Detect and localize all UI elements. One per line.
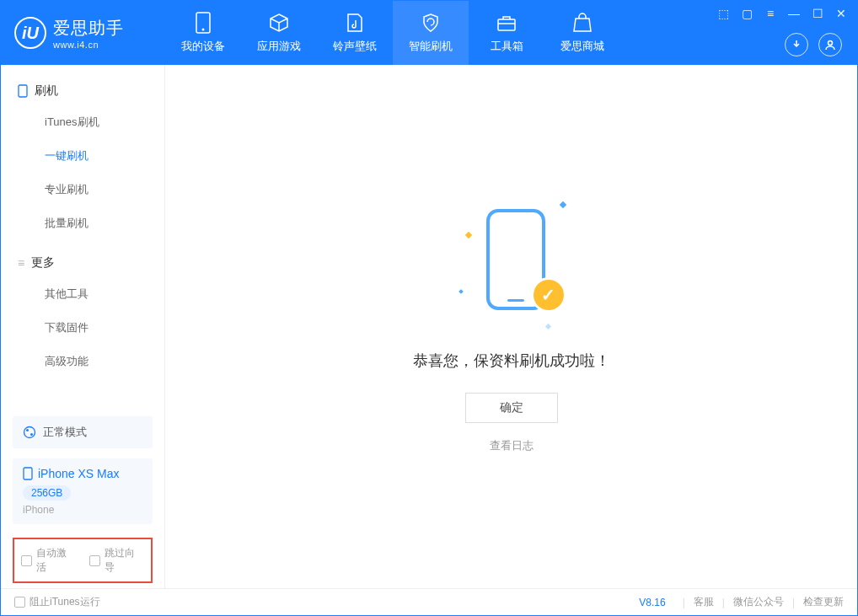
sidebar-item-itunes-flash[interactable]: iTunes刷机 [1, 105, 164, 139]
phone-small-icon [18, 84, 28, 98]
list-icon: ≡ [18, 256, 24, 270]
sidebar-group-flash: 刷机 [1, 77, 164, 105]
refresh-shield-icon [420, 12, 442, 34]
mode-icon [23, 426, 36, 439]
success-message: 恭喜您，保资料刷机成功啦！ [413, 351, 610, 371]
music-file-icon [344, 12, 366, 34]
checkbox-icon [89, 555, 100, 566]
cube-icon [268, 12, 290, 34]
device-icon [23, 467, 33, 480]
phone-icon [192, 12, 214, 34]
mode-label: 正常模式 [43, 425, 87, 440]
nav-label: 铃声壁纸 [333, 39, 377, 54]
logo-icon: iU [14, 17, 46, 49]
app-header: iU 爱思助手 www.i4.cn 我的设备 应用游戏 铃声壁纸 智能刷机 [1, 1, 857, 65]
nav-label: 应用游戏 [257, 39, 301, 54]
footer-link-update[interactable]: 检查更新 [803, 595, 844, 609]
nav-label: 工具箱 [491, 39, 523, 54]
checkbox-block-itunes[interactable]: 阻止iTunes运行 [14, 595, 100, 609]
footer-link-support[interactable]: 客服 [694, 595, 714, 609]
version-label: V8.16 [639, 597, 665, 608]
sidebar-group-title: 刷机 [35, 83, 58, 99]
bag-icon [571, 12, 593, 34]
device-card[interactable]: iPhone XS Max 256GB iPhone [13, 458, 153, 524]
checkbox-icon [21, 555, 32, 566]
shirt-icon[interactable]: ⬚ [716, 6, 731, 21]
nav-label: 我的设备 [181, 39, 225, 54]
checkbox-skip-guide[interactable]: 跳过向导 [89, 546, 144, 575]
sidebar-group-title: 更多 [31, 255, 55, 271]
sidebar-item-advanced[interactable]: 高级功能 [1, 345, 164, 378]
svg-rect-8 [24, 468, 32, 479]
nav-label: 爱思商城 [560, 39, 604, 54]
sidebar-item-pro-flash[interactable]: 专业刷机 [1, 173, 164, 206]
sidebar-item-oneclick-flash[interactable]: 一键刷机 [1, 139, 164, 173]
highlighted-checkbox-row: 自动激活 跳过向导 [13, 538, 153, 583]
check-badge-icon: ✓ [534, 280, 564, 310]
nav-tab-toolbox[interactable]: 工具箱 [469, 1, 544, 65]
app-title: 爱思助手 [53, 17, 124, 40]
sidebar-item-batch-flash[interactable]: 批量刷机 [1, 206, 164, 240]
device-name-text: iPhone XS Max [38, 467, 120, 480]
svg-point-1 [202, 29, 205, 31]
main-content: ✓ 恭喜您，保资料刷机成功啦！ 确定 查看日志 [165, 65, 857, 588]
footer: 阻止iTunes运行 V8.16 | 客服 | 微信公众号 | 检查更新 [1, 588, 857, 615]
close-button[interactable]: ✕ [834, 6, 849, 21]
svg-point-7 [30, 433, 33, 436]
nav-tab-flash[interactable]: 智能刷机 [393, 1, 469, 65]
nav-tab-ringtones[interactable]: 铃声壁纸 [317, 1, 393, 65]
checkbox-label: 跳过向导 [105, 546, 144, 575]
confirm-button[interactable]: 确定 [465, 393, 558, 423]
checkbox-label: 阻止iTunes运行 [29, 595, 100, 609]
svg-rect-4 [19, 85, 27, 97]
svg-point-5 [24, 427, 35, 438]
minimize-button[interactable]: — [786, 6, 802, 21]
maximize-button[interactable]: ☐ [810, 6, 825, 21]
nav-tab-apps[interactable]: 应用游戏 [241, 1, 317, 65]
view-log-link[interactable]: 查看日志 [490, 438, 534, 453]
sparkle-icon [464, 231, 471, 238]
toolbox-icon [496, 12, 517, 34]
feedback-icon[interactable]: ▢ [739, 6, 754, 21]
sidebar-group-more: ≡ 更多 [1, 249, 164, 277]
mode-card[interactable]: 正常模式 [13, 416, 153, 448]
logo: iU 爱思助手 www.i4.cn [1, 17, 165, 50]
device-capacity: 256GB [23, 485, 71, 501]
sidebar: 刷机 iTunes刷机 一键刷机 专业刷机 批量刷机 ≡ 更多 其他工具 下载固… [1, 65, 165, 588]
menu-icon[interactable]: ≡ [763, 6, 778, 21]
app-subtitle: www.i4.cn [53, 40, 124, 50]
sidebar-item-other-tools[interactable]: 其他工具 [1, 277, 164, 311]
sparkle-icon [544, 323, 550, 329]
nav-tab-device[interactable]: 我的设备 [165, 1, 241, 65]
nav-tabs: 我的设备 应用游戏 铃声壁纸 智能刷机 工具箱 爱思商城 [165, 1, 620, 65]
nav-tab-store[interactable]: 爱思商城 [544, 1, 620, 65]
user-button[interactable] [818, 33, 842, 56]
device-type: iPhone [23, 504, 142, 516]
window-controls: ⬚ ▢ ≡ — ☐ ✕ [716, 6, 849, 21]
nav-label: 智能刷机 [409, 39, 453, 54]
sparkle-icon [458, 289, 464, 294]
checkbox-auto-activate[interactable]: 自动激活 [21, 546, 76, 575]
success-illustration: ✓ [461, 201, 562, 327]
sparkle-icon [559, 201, 566, 207]
svg-point-3 [829, 41, 833, 46]
sidebar-item-download-firmware[interactable]: 下载固件 [1, 311, 164, 345]
checkbox-icon [14, 597, 25, 608]
svg-rect-2 [498, 19, 515, 30]
download-button[interactable] [785, 33, 808, 56]
footer-link-wechat[interactable]: 微信公众号 [733, 595, 784, 609]
checkbox-label: 自动激活 [36, 546, 76, 575]
svg-point-6 [26, 429, 29, 431]
